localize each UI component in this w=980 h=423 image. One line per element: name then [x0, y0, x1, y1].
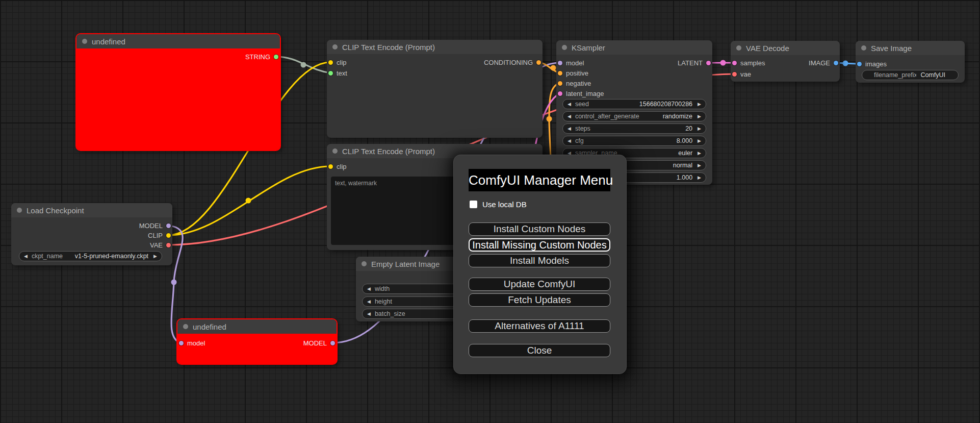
decrement-arrow-icon[interactable]: ◀ — [568, 114, 571, 119]
output-slot-model[interactable]: MODEL — [303, 338, 335, 348]
wire-dot-string[interactable] — [301, 62, 306, 68]
input-dot[interactable] — [558, 91, 562, 96]
use-local-db-checkbox[interactable] — [470, 201, 477, 208]
widget-value[interactable]: 20 — [685, 125, 692, 132]
node-undefined-top[interactable]: undefined STRING — [76, 34, 280, 150]
node-title-bar[interactable]: Save Image — [856, 41, 965, 55]
input-dot[interactable] — [558, 71, 562, 76]
output-slot-string[interactable]: STRING — [245, 52, 278, 62]
widget-value[interactable]: 8.000 — [677, 137, 692, 144]
install-models-button[interactable]: Install Models — [469, 254, 610, 267]
increment-arrow-icon[interactable]: ▶ — [698, 176, 701, 180]
input-slot-images[interactable]: images — [857, 59, 887, 69]
node-save-image[interactable]: Save Image images filename_prefix ComfyU… — [856, 41, 965, 83]
input-slot-samples[interactable]: samples — [732, 58, 765, 68]
output-slot-latent[interactable]: LATENT — [678, 58, 711, 68]
alternatives-of-a1111-button[interactable]: Alternatives of A1111 — [469, 319, 610, 333]
input-slot-vae[interactable]: vae — [732, 69, 751, 79]
input-slot-latent-image[interactable]: latent_image — [558, 88, 604, 98]
collapse-dot-icon[interactable] — [861, 45, 866, 51]
wire-dot-conditioning-2[interactable] — [547, 116, 552, 122]
widget-seed[interactable]: ◀ seed 156680208700286 ▶ — [562, 99, 706, 109]
increment-arrow-icon[interactable]: ▶ — [698, 163, 701, 168]
wire-dot-image[interactable] — [843, 61, 848, 66]
node-title-bar[interactable]: KSampler — [556, 40, 712, 55]
widget-filename-prefix[interactable]: filename_prefix ComfyUI — [862, 70, 959, 80]
input-dot[interactable] — [328, 60, 333, 65]
input-slot-positive[interactable]: positive — [558, 68, 588, 78]
install-custom-nodes-button[interactable]: Install Custom Nodes — [469, 222, 610, 236]
input-dot[interactable] — [732, 72, 737, 77]
wire-dot-clip[interactable] — [246, 198, 251, 204]
collapse-dot-icon[interactable] — [562, 45, 567, 50]
decrement-arrow-icon[interactable]: ◀ — [367, 300, 371, 304]
output-slot-vae[interactable]: VAE — [150, 240, 171, 250]
input-slot-clip[interactable]: clip — [328, 161, 347, 171]
install-missing-custom-nodes-button[interactable]: Install Missing Custom Nodes — [469, 238, 610, 252]
input-slot-model[interactable]: model — [179, 338, 205, 348]
output-dot[interactable] — [834, 61, 838, 65]
output-slot-model[interactable]: MODEL — [139, 220, 171, 231]
input-slot-text[interactable]: text — [328, 68, 347, 78]
input-dot[interactable] — [179, 341, 184, 345]
increment-arrow-icon[interactable]: ▶ — [698, 139, 701, 143]
node-title-bar[interactable]: undefined — [76, 34, 280, 48]
decrement-arrow-icon[interactable]: ◀ — [367, 312, 371, 316]
widget-value[interactable]: 1.000 — [677, 174, 692, 181]
output-dot[interactable] — [536, 60, 541, 65]
node-graph-canvas[interactable]: undefined STRING CLIP Text Encode (Promp… — [0, 0, 980, 423]
widget-control-after-generate[interactable]: ◀ control_after_generate randomize ▶ — [562, 111, 706, 121]
input-slot-clip[interactable]: clip — [328, 57, 347, 67]
widget-value[interactable]: randomize — [663, 113, 692, 120]
input-dot[interactable] — [732, 61, 737, 65]
increment-arrow-icon[interactable]: ▶ — [698, 114, 701, 119]
output-dot[interactable] — [166, 233, 171, 238]
output-dot[interactable] — [706, 61, 711, 65]
decrement-arrow-icon[interactable]: ◀ — [367, 287, 371, 291]
decrement-arrow-icon[interactable]: ◀ — [568, 139, 571, 143]
output-dot[interactable] — [166, 243, 171, 247]
input-dot[interactable] — [558, 81, 562, 86]
widget-value[interactable]: normal — [673, 162, 692, 169]
widget-value[interactable]: v1-5-pruned-emaonly.ckpt — [75, 253, 148, 260]
node-load-checkpoint[interactable]: Load Checkpoint MODEL CLIP VAE ◀ ckpt_na… — [11, 203, 172, 265]
decrement-arrow-icon[interactable]: ◀ — [568, 127, 571, 131]
output-dot[interactable] — [166, 223, 171, 228]
update-comfyui-button[interactable]: Update ComfyUI — [469, 278, 610, 291]
node-clip-text-encode-1[interactable]: CLIP Text Encode (Prompt) clip text COND… — [327, 40, 543, 138]
close-button[interactable]: Close — [469, 344, 610, 357]
node-vae-decode[interactable]: VAE Decode samples vae IMAGE — [731, 41, 840, 82]
wire-dot-conditioning[interactable] — [551, 65, 556, 71]
node-title-bar[interactable]: VAE Decode — [731, 41, 840, 55]
input-dot[interactable] — [857, 62, 862, 66]
decrement-arrow-icon[interactable]: ◀ — [568, 102, 571, 107]
fetch-updates-button[interactable]: Fetch Updates — [469, 293, 610, 307]
output-slot-conditioning[interactable]: CONDITIONING — [484, 57, 541, 67]
increment-arrow-icon[interactable]: ▶ — [698, 127, 701, 131]
widget-value[interactable]: 156680208700286 — [639, 101, 692, 108]
node-title-bar[interactable]: undefined — [177, 319, 337, 334]
collapse-dot-icon[interactable] — [332, 148, 338, 154]
widget-value[interactable]: ComfyUI — [920, 71, 945, 79]
input-slot-negative[interactable]: negative — [558, 78, 591, 88]
widget-value[interactable]: euler — [678, 150, 692, 157]
input-slot-model[interactable]: model — [558, 58, 584, 68]
node-title-bar[interactable]: Load Checkpoint — [11, 203, 172, 217]
wire-dot-model[interactable] — [171, 280, 177, 285]
collapse-dot-icon[interactable] — [183, 324, 188, 329]
increment-arrow-icon[interactable]: ▶ — [698, 151, 701, 156]
collapse-dot-icon[interactable] — [82, 39, 87, 44]
collapse-dot-icon[interactable] — [362, 261, 367, 266]
output-dot[interactable] — [330, 341, 335, 345]
node-title-bar[interactable]: CLIP Text Encode (Prompt) — [327, 40, 543, 54]
output-slot-image[interactable]: IMAGE — [809, 58, 838, 68]
input-dot[interactable] — [328, 71, 333, 76]
collapse-dot-icon[interactable] — [332, 44, 338, 49]
input-dot[interactable] — [328, 164, 333, 169]
widget-steps[interactable]: ◀ steps 20 ▶ — [562, 123, 706, 134]
widget-cfg[interactable]: ◀ cfg 8.000 ▶ — [562, 136, 706, 146]
decrement-arrow-icon[interactable]: ◀ — [24, 254, 28, 259]
output-slot-clip[interactable]: CLIP — [148, 230, 171, 240]
output-dot[interactable] — [274, 55, 278, 59]
input-dot[interactable] — [558, 61, 562, 65]
